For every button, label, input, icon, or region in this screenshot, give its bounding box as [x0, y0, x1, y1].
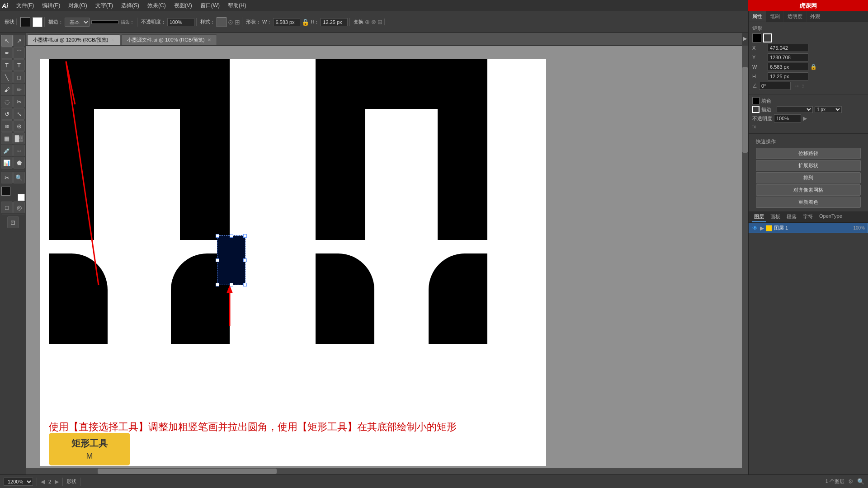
transform-icon[interactable]: ⊕: [365, 19, 370, 25]
free-distort-tool[interactable]: ▦: [1, 132, 13, 144]
stroke-swatch[interactable]: [33, 17, 42, 27]
menu-view[interactable]: 视图(V): [170, 1, 196, 10]
zoom-tool[interactable]: 🔍: [13, 172, 25, 183]
horizontal-scrollbar[interactable]: [26, 468, 742, 474]
fill-color-icon[interactable]: [752, 97, 760, 104]
tab-paragraph[interactable]: 段落: [785, 212, 798, 222]
pen-tool[interactable]: ✒: [1, 47, 13, 59]
tab-1-close[interactable]: ✕: [208, 38, 211, 42]
screen-mode[interactable]: ⊡: [7, 216, 19, 228]
panel-tab-appearance[interactable]: 外观: [807, 11, 824, 22]
prop-stroke-swatch[interactable]: [763, 33, 772, 42]
menu-help[interactable]: 帮助(H): [224, 1, 250, 10]
handle-mr[interactable]: [243, 258, 247, 262]
btn-recolor[interactable]: 重新着色: [756, 197, 861, 208]
warp-tool[interactable]: ≋: [1, 120, 13, 132]
transform-icon3[interactable]: ⊞: [377, 19, 382, 25]
measure-tool[interactable]: ↔: [13, 145, 25, 156]
chart-tool[interactable]: 📊: [1, 157, 13, 169]
handle-ml[interactable]: [216, 258, 219, 262]
lock-icon[interactable]: 🔒: [302, 19, 309, 26]
prop-fill-swatch[interactable]: [752, 33, 761, 42]
scale-tool[interactable]: ⤡: [13, 108, 25, 120]
opacity-input[interactable]: [167, 18, 194, 26]
stroke-type-select[interactable]: —: [777, 106, 813, 113]
zoom-in[interactable]: 🔍: [857, 478, 864, 485]
h-input[interactable]: [321, 18, 348, 26]
selected-rectangle[interactable]: [217, 235, 245, 285]
layer-row[interactable]: 👁 ▶ 图层 1 100%: [749, 223, 868, 233]
opacity-expand[interactable]: ▶: [803, 115, 807, 122]
eye-icon[interactable]: 👁: [752, 225, 758, 231]
handle-tm[interactable]: [230, 234, 233, 238]
direct-select-tool[interactable]: ↗: [13, 35, 25, 47]
style-swatch[interactable]: [217, 17, 226, 27]
menu-edit[interactable]: 编辑(E): [38, 1, 64, 10]
menu-window[interactable]: 窗口(W): [197, 1, 223, 10]
stroke-weight-select[interactable]: 1 px: [815, 106, 842, 113]
line-tool[interactable]: ╲: [1, 71, 13, 83]
hscroll-thumb[interactable]: [98, 469, 277, 474]
btn-arrange[interactable]: 排列: [756, 172, 861, 183]
w-field[interactable]: [768, 63, 808, 71]
angle-field[interactable]: [759, 82, 791, 90]
x-field[interactable]: [768, 44, 808, 52]
handle-br[interactable]: [243, 283, 247, 286]
btn-offset-path[interactable]: 位移路径: [756, 148, 861, 159]
layer-expand[interactable]: ▶: [760, 225, 764, 231]
select-tool[interactable]: ↖: [1, 35, 13, 47]
transform-icon2[interactable]: ⊗: [371, 19, 376, 25]
handle-tl[interactable]: [216, 234, 219, 238]
panel-tab-transparency[interactable]: 透明度: [784, 11, 807, 22]
stroke-color-icon[interactable]: [752, 106, 760, 113]
btn-align-pixel[interactable]: 对齐像素网格: [756, 184, 861, 196]
menu-effect[interactable]: 效果(C): [144, 1, 170, 10]
menu-text[interactable]: 文字(T): [92, 1, 117, 10]
page-next[interactable]: ▶: [55, 479, 59, 485]
zoom-select[interactable]: 1200%: [4, 478, 33, 486]
handle-tr[interactable]: [243, 234, 247, 238]
y-field[interactable]: [768, 53, 808, 61]
normal-mode[interactable]: □: [1, 202, 13, 213]
flip-v-icon[interactable]: ↕: [802, 83, 804, 89]
paintbrush-tool[interactable]: 🖌: [1, 84, 13, 95]
type2-tool[interactable]: T: [13, 59, 25, 71]
flip-h-icon[interactable]: ↔: [794, 83, 800, 89]
canvas-settings[interactable]: ⚙: [848, 478, 854, 485]
menu-file[interactable]: 文件(F): [13, 1, 38, 10]
scissors-tool[interactable]: ✂: [13, 96, 25, 108]
slice-tool[interactable]: ✂: [1, 172, 13, 183]
page-prev[interactable]: ◀: [41, 479, 45, 485]
tab-artboards[interactable]: 画板: [769, 212, 782, 222]
rotate-tool[interactable]: ↺: [1, 108, 13, 120]
curvature-tool[interactable]: ⌒: [13, 47, 25, 59]
vscroll-thumb[interactable]: [742, 67, 748, 153]
handle-bm[interactable]: [230, 283, 233, 286]
style-icon[interactable]: ⊙: [228, 19, 233, 26]
btn-expand-shape[interactable]: 扩展形状: [756, 160, 861, 171]
tab-1[interactable]: 小墨源文件.ai @ 100% (RGB/预览) ✕: [121, 34, 217, 45]
reshape-tool[interactable]: ⊛: [13, 120, 25, 132]
type-tool[interactable]: T: [1, 59, 13, 71]
gradient-tool[interactable]: █▒: [13, 132, 25, 144]
tab-0[interactable]: 小墨讲稿.ai @ 1200% (RGB/预览) ✕: [27, 34, 120, 45]
stroke-select[interactable]: 基本: [65, 18, 90, 27]
paintbucket-tool[interactable]: ⬟: [13, 157, 25, 169]
lock-proportions-icon[interactable]: 🔒: [810, 64, 817, 70]
mask-mode[interactable]: ◎: [13, 202, 25, 213]
shape-tool[interactable]: □: [13, 71, 25, 83]
panel-tab-brushes[interactable]: 笔刷: [766, 11, 784, 22]
pencil-tool[interactable]: ✏: [13, 84, 25, 95]
tab-opentype[interactable]: OpenType: [817, 212, 844, 222]
panel-toggle-1[interactable]: ▶: [742, 35, 748, 42]
panel-tab-properties[interactable]: 属性: [749, 11, 766, 22]
tab-character[interactable]: 字符: [801, 212, 815, 222]
eyedropper-tool[interactable]: 💉: [1, 145, 13, 156]
opacity-field[interactable]: [774, 114, 801, 122]
menu-object[interactable]: 对象(O): [65, 1, 90, 10]
align-icon[interactable]: ⊞: [235, 19, 240, 26]
h-field[interactable]: [768, 72, 808, 80]
background-color[interactable]: [18, 194, 25, 201]
tab-0-close[interactable]: ✕: [111, 38, 114, 42]
foreground-color[interactable]: [1, 187, 10, 196]
